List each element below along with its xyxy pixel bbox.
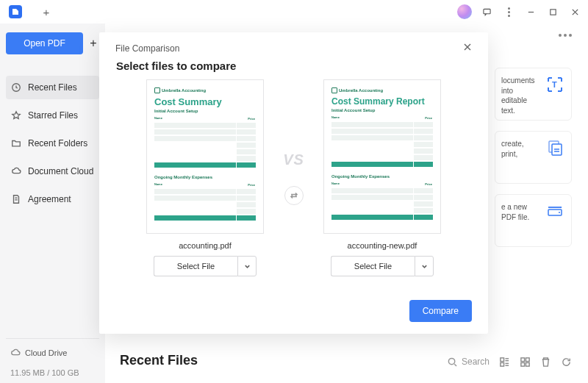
close-dialog-button[interactable] bbox=[463, 43, 472, 54]
star-icon bbox=[10, 110, 22, 121]
create-button[interactable]: + bbox=[87, 37, 99, 49]
sidebar-item-document-cloud[interactable]: Document Cloud bbox=[6, 160, 99, 183]
quick-action-create[interactable]: create, print, bbox=[495, 131, 572, 184]
file-a-thumbnail[interactable]: Umbrella Accounting Cost Summary Initial… bbox=[146, 79, 264, 234]
svg-rect-0 bbox=[483, 9, 490, 13]
vs-label: VS bbox=[283, 151, 304, 168]
feedback-icon[interactable] bbox=[476, 1, 497, 22]
doc-section1: Initial Account Setup bbox=[331, 108, 433, 112]
scanner-icon bbox=[545, 202, 565, 220]
sidebar-item-label: Starred Files bbox=[28, 110, 78, 121]
recent-files-section: Recent Files Search bbox=[120, 353, 572, 368]
svg-rect-27 bbox=[520, 362, 524, 366]
svg-rect-2 bbox=[550, 9, 555, 14]
storage-quota: 11.95 MB / 100 GB bbox=[10, 368, 95, 377]
clock-icon bbox=[10, 82, 22, 93]
sidebar-item-starred-files[interactable]: Starred Files bbox=[6, 104, 99, 127]
card-text: create, print, bbox=[501, 139, 539, 159]
search-placeholder: Search bbox=[462, 357, 490, 367]
doc-section1: Initial Account Setup bbox=[154, 109, 256, 113]
file-b-column: Umbrella Accounting Cost Summary Report … bbox=[318, 79, 447, 276]
svg-rect-28 bbox=[526, 362, 529, 366]
cloud-drive-status: Cloud Drive 11.95 MB / 100 GB bbox=[6, 338, 99, 377]
doc-brand: Umbrella Accounting bbox=[331, 87, 433, 93]
file-a-column: Umbrella Accounting Cost Summary Initial… bbox=[141, 79, 270, 276]
svg-point-17 bbox=[448, 358, 454, 364]
title-bar: + bbox=[0, 0, 588, 24]
search-input[interactable]: Search bbox=[448, 357, 490, 367]
open-pdf-button[interactable]: Open PDF bbox=[6, 32, 83, 54]
swap-files-button[interactable] bbox=[284, 186, 304, 205]
svg-rect-19 bbox=[500, 357, 503, 361]
copy-icon bbox=[545, 139, 565, 157]
doc-section2: Ongoing Monthly Expenses bbox=[331, 174, 433, 179]
ocr-icon: T bbox=[545, 76, 565, 93]
sidebar-item-recent-files[interactable]: Recent Files bbox=[6, 76, 99, 99]
maximize-button[interactable] bbox=[542, 1, 563, 22]
svg-point-16 bbox=[559, 212, 560, 213]
select-file-a-dropdown[interactable] bbox=[237, 256, 257, 276]
folder-icon bbox=[10, 137, 22, 149]
sidebar-item-label: Document Cloud bbox=[28, 166, 93, 176]
file-b-thumbnail[interactable]: Umbrella Accounting Cost Summary Report … bbox=[323, 79, 441, 234]
cloud-icon bbox=[10, 348, 21, 358]
dialog-subtitle: Select files to compare bbox=[116, 60, 472, 72]
card-text: locuments into editable text. bbox=[501, 76, 539, 115]
avatar[interactable] bbox=[454, 1, 475, 22]
sidebar-item-agreement[interactable]: Agreement bbox=[6, 187, 99, 211]
refresh-icon[interactable] bbox=[560, 356, 572, 368]
select-file-a-button[interactable]: Select File bbox=[154, 256, 237, 276]
delete-icon[interactable] bbox=[539, 356, 551, 368]
sidebar-item-label: Agreement bbox=[28, 194, 71, 204]
select-file-b-button[interactable]: Select File bbox=[331, 256, 415, 276]
sidebar-item-label: Recent Files bbox=[28, 82, 77, 93]
top-actions-menu[interactable] bbox=[559, 34, 572, 37]
file-comparison-dialog: File Comparison Select files to compare … bbox=[99, 32, 488, 334]
card-text: e a new PDF file. bbox=[501, 202, 539, 222]
view-list-icon[interactable] bbox=[498, 356, 510, 368]
sidebar: Open PDF + Recent Files Starred Files Re… bbox=[0, 24, 105, 383]
svg-rect-22 bbox=[500, 362, 503, 366]
file-b-name: accounting-new.pdf bbox=[348, 241, 417, 250]
doc-section2: Ongoing Monthly Expenses bbox=[154, 175, 256, 179]
document-icon bbox=[10, 193, 22, 205]
more-menu[interactable] bbox=[498, 1, 519, 22]
cloud-icon bbox=[10, 165, 22, 177]
dialog-title: File Comparison bbox=[115, 43, 179, 54]
search-icon bbox=[448, 357, 457, 367]
file-a-name: accounting.pdf bbox=[179, 241, 232, 250]
doc-brand: Umbrella Accounting bbox=[154, 87, 256, 93]
close-button[interactable] bbox=[564, 1, 585, 22]
svg-text:T: T bbox=[552, 80, 557, 89]
select-file-b-dropdown[interactable] bbox=[415, 256, 434, 276]
svg-rect-25 bbox=[520, 357, 524, 361]
minimize-button[interactable] bbox=[520, 1, 541, 22]
doc-title: Cost Summary bbox=[154, 96, 256, 107]
svg-rect-26 bbox=[526, 357, 529, 361]
quick-action-scan[interactable]: e a new PDF file. bbox=[495, 194, 572, 247]
sidebar-item-label: Recent Folders bbox=[28, 138, 87, 148]
view-grid-icon[interactable] bbox=[519, 356, 531, 368]
quick-action-ocr[interactable]: locuments into editable text. T bbox=[495, 68, 572, 121]
doc-title: Cost Summary Report bbox=[331, 96, 433, 107]
svg-line-18 bbox=[454, 364, 456, 366]
new-tab-button[interactable]: + bbox=[38, 4, 54, 20]
sidebar-item-recent-folders[interactable]: Recent Folders bbox=[6, 132, 99, 155]
app-logo bbox=[9, 5, 22, 18]
cloud-drive-label: Cloud Drive bbox=[25, 348, 67, 357]
compare-button[interactable]: Compare bbox=[409, 300, 472, 322]
